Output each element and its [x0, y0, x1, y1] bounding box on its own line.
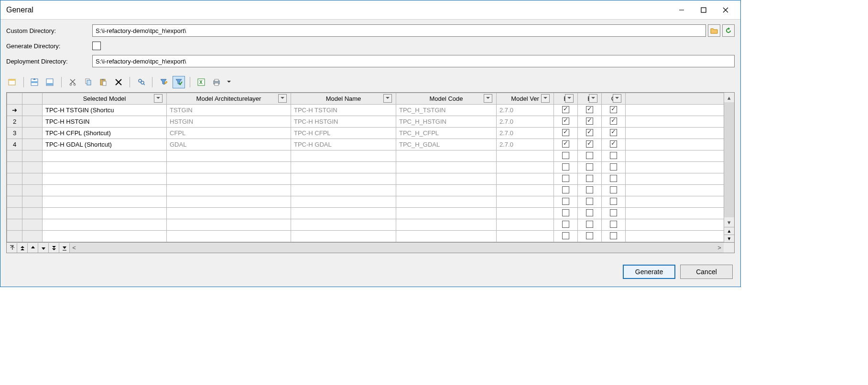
- cell-e1[interactable]: [554, 116, 578, 128]
- cell-c[interactable]: [602, 219, 626, 231]
- col-filter-dropdown[interactable]: [613, 94, 621, 103]
- filter-edit-button[interactable]: [157, 76, 170, 88]
- properties-button[interactable]: [6, 76, 19, 88]
- cell-e1[interactable]: [554, 128, 578, 139]
- checkbox-icon[interactable]: [586, 232, 593, 239]
- col-filter-dropdown[interactable]: [541, 94, 550, 103]
- cell-c[interactable]: [602, 116, 626, 128]
- find-button[interactable]: [135, 76, 147, 88]
- col-architecture-layer[interactable]: Model Architecturelayer: [167, 93, 291, 105]
- scroll-up-icon[interactable]: ▴: [724, 93, 734, 102]
- checkbox-icon[interactable]: [610, 232, 617, 239]
- generate-button[interactable]: Generate: [623, 265, 675, 279]
- scroll-track[interactable]: [724, 102, 734, 217]
- table-row-empty[interactable]: [7, 196, 734, 208]
- col-filter-dropdown[interactable]: [565, 94, 574, 103]
- cell-c[interactable]: [602, 162, 626, 173]
- add-row-button[interactable]: [44, 76, 56, 88]
- checkbox-icon[interactable]: [610, 152, 617, 159]
- vertical-scrollbar[interactable]: ▴ ▾ ▲ ▼: [724, 93, 734, 242]
- cut-button[interactable]: [66, 76, 79, 88]
- close-button[interactable]: [715, 3, 737, 17]
- cell-e1[interactable]: [554, 150, 578, 162]
- paste-button[interactable]: [97, 76, 109, 88]
- checkbox-icon[interactable]: [610, 198, 617, 205]
- cell-e1[interactable]: [554, 105, 578, 116]
- cell-selected-model[interactable]: [43, 150, 167, 162]
- checkbox-icon[interactable]: [610, 163, 617, 171]
- checkbox-icon[interactable]: [610, 129, 617, 136]
- cell-e1[interactable]: [554, 208, 578, 219]
- cancel-button[interactable]: Cancel: [680, 265, 733, 279]
- cell-e1[interactable]: [554, 139, 578, 150]
- insert-row-button[interactable]: [29, 76, 41, 88]
- cell-e1[interactable]: [554, 185, 578, 196]
- checkbox-icon[interactable]: [610, 221, 617, 228]
- checkbox-icon[interactable]: [562, 175, 569, 182]
- cell-c[interactable]: [602, 208, 626, 219]
- col-model-code[interactable]: Model Code: [396, 93, 497, 105]
- checkbox-icon[interactable]: [562, 118, 569, 125]
- copy-button[interactable]: [82, 76, 94, 88]
- checkbox-icon[interactable]: [586, 152, 593, 159]
- checkbox-icon[interactable]: [562, 129, 569, 136]
- cell-e1[interactable]: [554, 196, 578, 208]
- cell-selected-model[interactable]: [43, 219, 167, 231]
- cell-e1[interactable]: [554, 231, 578, 242]
- cell-selected-model[interactable]: TPC-H CFPL (Shortcut): [43, 128, 167, 139]
- print-button[interactable]: [210, 76, 223, 88]
- col-e1[interactable]: E: [554, 93, 578, 105]
- cell-e2[interactable]: [578, 128, 602, 139]
- cell-selected-model[interactable]: [43, 208, 167, 219]
- nav-up-page-button[interactable]: [17, 243, 28, 253]
- nav-down-button[interactable]: [38, 243, 49, 253]
- col-selected-model[interactable]: Selected Model: [43, 93, 167, 105]
- cell-c[interactable]: [602, 231, 626, 242]
- cell-selected-model[interactable]: [43, 185, 167, 196]
- col-c[interactable]: C: [602, 93, 626, 105]
- cell-e2[interactable]: [578, 196, 602, 208]
- cell-e2[interactable]: [578, 105, 602, 116]
- refresh-button[interactable]: [722, 24, 735, 37]
- delete-button[interactable]: [112, 76, 125, 88]
- table-row-empty[interactable]: [7, 173, 734, 185]
- cell-c[interactable]: [602, 150, 626, 162]
- cell-e1[interactable]: [554, 162, 578, 173]
- checkbox-icon[interactable]: [610, 175, 617, 182]
- cell-e2[interactable]: [578, 139, 602, 150]
- cell-c[interactable]: [602, 196, 626, 208]
- table-row-empty[interactable]: [7, 208, 734, 219]
- nav-down-page-button[interactable]: [49, 243, 59, 253]
- nav-up-button[interactable]: [28, 243, 38, 253]
- cell-e2[interactable]: [578, 185, 602, 196]
- print-dropdown[interactable]: [226, 76, 232, 88]
- col-e2[interactable]: E: [578, 93, 602, 105]
- checkbox-icon[interactable]: [562, 152, 569, 159]
- checkbox-icon[interactable]: [586, 209, 593, 216]
- cell-c[interactable]: [602, 105, 626, 116]
- table-row-empty[interactable]: [7, 219, 734, 231]
- scroll-right-icon[interactable]: >: [715, 244, 724, 251]
- checkbox-icon[interactable]: [610, 140, 617, 148]
- table-row[interactable]: 3TPC-H CFPL (Shortcut)CFPLTPC-H CFPLTPC_…: [7, 128, 734, 139]
- checkbox-icon[interactable]: [610, 209, 617, 216]
- col-filter-dropdown[interactable]: [278, 94, 287, 103]
- cell-c[interactable]: [602, 128, 626, 139]
- table-row-empty[interactable]: [7, 150, 734, 162]
- minimize-button[interactable]: [671, 3, 693, 17]
- nav-last-button[interactable]: [59, 243, 70, 253]
- checkbox-icon[interactable]: [610, 186, 617, 193]
- table-row-empty[interactable]: [7, 231, 734, 242]
- col-filter-dropdown[interactable]: [154, 94, 163, 103]
- scroll-down-icon[interactable]: ▾: [724, 217, 734, 227]
- table-row-empty[interactable]: [7, 162, 734, 173]
- checkbox-icon[interactable]: [586, 118, 593, 125]
- cell-selected-model[interactable]: TPC-H TSTGIN (Shortcu: [43, 105, 167, 116]
- table-row[interactable]: 4TPC-H GDAL (Shortcut)GDALTPC-H GDALTPC_…: [7, 139, 734, 150]
- cell-e2[interactable]: [578, 219, 602, 231]
- cell-e2[interactable]: [578, 208, 602, 219]
- col-model-name[interactable]: Model Name: [291, 93, 396, 105]
- models-grid[interactable]: Selected Model Model Architecturelayer M…: [7, 93, 734, 242]
- custom-directory-input[interactable]: [92, 24, 706, 37]
- checkbox-icon[interactable]: [586, 221, 593, 228]
